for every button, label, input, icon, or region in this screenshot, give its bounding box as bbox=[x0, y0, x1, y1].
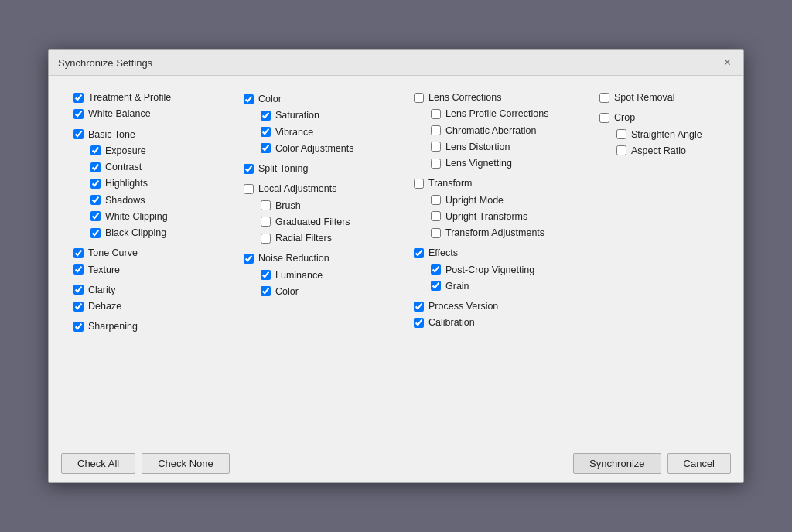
checkbox-item[interactable]: Color Adjustments bbox=[244, 142, 401, 155]
column-4: Spot RemovalCropStraighten AngleAspect R… bbox=[593, 88, 732, 432]
checkbox-item[interactable]: Color bbox=[244, 93, 401, 105]
checkbox-luminance[interactable] bbox=[261, 270, 271, 280]
checkbox-item[interactable]: Brush bbox=[244, 200, 401, 212]
checkbox-grain[interactable] bbox=[431, 281, 441, 291]
checkbox-item[interactable]: Sharpening bbox=[73, 320, 231, 332]
checkbox-item[interactable]: Luminance bbox=[244, 269, 401, 281]
checkbox-basic-tone[interactable] bbox=[73, 129, 84, 139]
checkbox-highlights[interactable] bbox=[90, 179, 101, 189]
checkbox-color-adjustments[interactable] bbox=[261, 143, 271, 153]
checkbox-tone-curve[interactable] bbox=[73, 248, 84, 258]
checkbox-radial-filters[interactable] bbox=[261, 234, 271, 244]
check-all-button[interactable]: Check All bbox=[61, 453, 135, 474]
checkbox-item[interactable]: Contrast bbox=[73, 161, 231, 173]
checkbox-local-adjustments[interactable] bbox=[244, 184, 254, 194]
checkbox-item[interactable]: Crop bbox=[599, 111, 726, 124]
dialog-body: Treatment & ProfileWhite BalanceBasic To… bbox=[49, 76, 743, 445]
synchronize-button[interactable]: Synchronize bbox=[573, 453, 661, 474]
checkbox-item[interactable]: Split Toning bbox=[244, 162, 401, 175]
checkbox-item[interactable]: Local Adjustments bbox=[244, 182, 401, 195]
checkbox-item[interactable]: Tone Curve bbox=[73, 247, 231, 259]
checkbox-crop[interactable] bbox=[599, 113, 609, 123]
checkbox-lens-corrections[interactable] bbox=[414, 93, 424, 103]
checkbox-item[interactable]: Saturation bbox=[244, 109, 401, 121]
checkbox-item[interactable]: Calibration bbox=[414, 316, 587, 329]
checkbox-noise-reduction[interactable] bbox=[244, 254, 254, 264]
dialog-title: Synchronize Settings bbox=[58, 57, 152, 69]
checkbox-item[interactable]: Transform bbox=[414, 177, 587, 189]
checkbox-item[interactable]: Treatment & Profile bbox=[73, 91, 231, 104]
checkbox-spot-removal[interactable] bbox=[599, 93, 609, 103]
checkbox-process-version[interactable] bbox=[414, 302, 424, 312]
checkbox-treatment--profile[interactable] bbox=[73, 93, 84, 103]
checkbox-upright-mode[interactable] bbox=[431, 195, 441, 205]
checkbox-split-toning[interactable] bbox=[244, 164, 254, 174]
checkbox-item[interactable]: Straighten Angle bbox=[599, 128, 726, 141]
checkbox-color[interactable] bbox=[244, 94, 254, 104]
checkbox-clarity[interactable] bbox=[73, 285, 84, 295]
checkbox-label: Sharpening bbox=[88, 320, 138, 332]
checkbox-item[interactable]: Process Version bbox=[414, 300, 587, 312]
checkbox-chromatic-aberration[interactable] bbox=[431, 125, 441, 135]
checkbox-item[interactable]: Exposure bbox=[73, 145, 231, 157]
checkbox-black-clipping[interactable] bbox=[90, 228, 101, 238]
checkbox-sharpening[interactable] bbox=[73, 322, 84, 332]
checkbox-item[interactable]: Transform Adjustments bbox=[414, 227, 587, 239]
checkbox-label: Treatment & Profile bbox=[88, 91, 171, 104]
checkbox-calibration[interactable] bbox=[414, 318, 424, 328]
checkbox-item[interactable]: Highlights bbox=[73, 177, 231, 189]
checkbox-aspect-ratio[interactable] bbox=[616, 145, 626, 155]
checkbox-item[interactable]: Basic Tone bbox=[73, 128, 231, 141]
checkbox-item[interactable]: Noise Reduction bbox=[244, 252, 401, 264]
checkbox-post-crop-vignetting[interactable] bbox=[431, 264, 441, 275]
checkbox-item[interactable]: Upright Transforms bbox=[414, 210, 587, 223]
checkbox-upright-transforms[interactable] bbox=[431, 211, 441, 221]
checkbox-shadows[interactable] bbox=[90, 195, 101, 205]
checkbox-vibrance[interactable] bbox=[261, 127, 271, 137]
checkbox-item[interactable]: Graduated Filters bbox=[244, 216, 401, 228]
checkbox-item[interactable]: Texture bbox=[73, 264, 231, 276]
checkbox-exposure[interactable] bbox=[90, 145, 101, 155]
checkbox-label: Lens Profile Corrections bbox=[446, 107, 548, 120]
checkbox-item[interactable]: Post-Crop Vignetting bbox=[414, 264, 587, 276]
checkbox-white-clipping[interactable] bbox=[90, 211, 101, 221]
checkbox-item[interactable]: Vibrance bbox=[244, 126, 401, 138]
checkbox-white-balance[interactable] bbox=[73, 109, 84, 119]
checkbox-item[interactable]: Spot Removal bbox=[599, 91, 726, 104]
checkbox-lens-distortion[interactable] bbox=[431, 142, 441, 152]
checkbox-color[interactable] bbox=[261, 286, 271, 296]
checkbox-item[interactable]: Lens Corrections bbox=[414, 91, 587, 104]
close-button[interactable]: × bbox=[721, 56, 734, 69]
checkbox-transform-adjustments[interactable] bbox=[431, 228, 441, 238]
checkbox-item[interactable]: Color bbox=[244, 285, 401, 298]
check-none-button[interactable]: Check None bbox=[142, 453, 230, 474]
checkbox-item[interactable]: Chromatic Aberration bbox=[414, 124, 587, 137]
checkbox-item[interactable]: Aspect Ratio bbox=[599, 145, 726, 157]
cancel-button[interactable]: Cancel bbox=[667, 453, 731, 474]
checkbox-item[interactable]: Lens Vignetting bbox=[414, 157, 587, 169]
checkbox-lens-vignetting[interactable] bbox=[431, 159, 441, 169]
checkbox-item[interactable]: Grain bbox=[414, 280, 587, 292]
checkbox-straighten-angle[interactable] bbox=[616, 129, 626, 139]
checkbox-dehaze[interactable] bbox=[73, 302, 84, 312]
checkbox-lens-profile-corrections[interactable] bbox=[431, 109, 441, 119]
checkbox-item[interactable]: Lens Distortion bbox=[414, 141, 587, 153]
checkbox-texture[interactable] bbox=[73, 264, 84, 275]
checkbox-graduated-filters[interactable] bbox=[261, 217, 271, 227]
checkbox-brush[interactable] bbox=[261, 200, 271, 210]
checkbox-item[interactable]: Shadows bbox=[73, 194, 231, 206]
checkbox-saturation[interactable] bbox=[261, 111, 271, 121]
checkbox-label: Split Toning bbox=[258, 162, 308, 175]
checkbox-item[interactable]: Radial Filters bbox=[244, 232, 401, 244]
checkbox-item[interactable]: Black Clipping bbox=[73, 227, 231, 239]
checkbox-item[interactable]: White Clipping bbox=[73, 210, 231, 223]
checkbox-item[interactable]: Upright Mode bbox=[414, 194, 587, 206]
checkbox-item[interactable]: Lens Profile Corrections bbox=[414, 107, 587, 120]
checkbox-item[interactable]: Effects bbox=[414, 247, 587, 259]
checkbox-effects[interactable] bbox=[414, 248, 424, 258]
checkbox-item[interactable]: White Balance bbox=[73, 107, 231, 120]
checkbox-transform[interactable] bbox=[414, 179, 424, 189]
checkbox-contrast[interactable] bbox=[90, 162, 101, 172]
checkbox-item[interactable]: Clarity bbox=[73, 284, 231, 296]
checkbox-item[interactable]: Dehaze bbox=[73, 300, 231, 312]
